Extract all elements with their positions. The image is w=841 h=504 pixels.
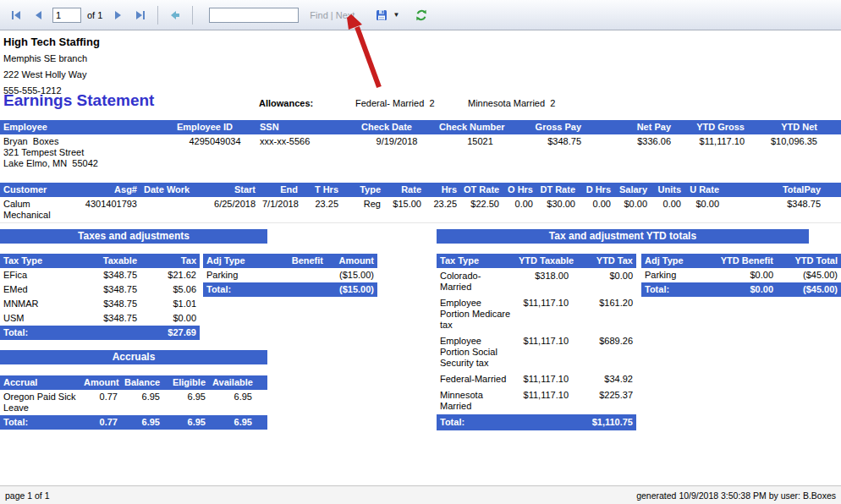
taxable: $348.75 — [68, 282, 140, 297]
adj-header-row: Adj Type Benefit Amount — [203, 254, 377, 268]
asg-number-value: 4301401793 — [80, 197, 140, 223]
start-date-value: 6/25/2018 — [210, 197, 259, 223]
back-to-parent-report-button[interactable] — [166, 6, 184, 25]
header-cell: YTD Gross — [674, 120, 748, 134]
section-title: Accruals — [0, 350, 267, 364]
find-next-links: Find | Next — [310, 10, 355, 20]
header-cell: Balance — [121, 375, 163, 390]
ytd-tax-table: Tax Type YTD Taxable YTD Tax Colorado-Ma… — [437, 254, 636, 430]
find-next-link[interactable]: Next — [336, 10, 355, 20]
header-cell: Amount — [327, 254, 377, 268]
header-cell: Benefit — [271, 254, 327, 268]
report-viewer-toolbar: of 1 Find | Next ▼ — [0, 0, 841, 30]
find-link[interactable]: Find — [310, 10, 327, 20]
header-cell: DT Rate — [536, 183, 579, 197]
total-eligible: 6.95 — [163, 415, 209, 430]
header-cell: Tax — [140, 254, 200, 268]
ytd-taxable: $11,117.10 — [515, 371, 572, 387]
next-page-button[interactable] — [108, 6, 127, 25]
search-input[interactable] — [209, 8, 299, 23]
state-allowance: Minnesota Married 2 — [468, 98, 555, 108]
employee-address-line1: 321 Tempest Street — [3, 147, 170, 158]
header-cell: YTD Benefit — [709, 254, 777, 268]
total-label: Total: — [0, 415, 80, 430]
tax: $21.62 — [140, 268, 200, 282]
first-page-button[interactable] — [7, 6, 25, 25]
header-cell: Asg# — [80, 183, 140, 197]
adj-type: Parking — [641, 268, 709, 282]
ytd-total: ($45.00) — [777, 268, 841, 282]
refresh-button[interactable] — [412, 6, 431, 25]
company-branch: Memphis SE branch — [3, 53, 100, 63]
tax-type: Employee Portion Medicare tax — [437, 295, 515, 333]
header-cell: YTD Net — [748, 120, 841, 134]
assignment-table: Customer Asg# Date Work Start End T Hrs … — [0, 183, 841, 223]
accruals-table: Accrual Amount Balance Eligible Availabl… — [0, 375, 267, 430]
tax: $5.06 — [140, 282, 200, 297]
total-benefit: $0.00 — [709, 282, 777, 297]
accrual-eligible: 6.95 — [163, 390, 209, 415]
header-cell: End — [259, 183, 301, 197]
tax-row: EMed $348.75 $5.06 — [0, 282, 200, 297]
total-value: $27.69 — [140, 326, 200, 340]
page-count-label: of 1 — [87, 10, 102, 20]
ytd-tax-header-row: Tax Type YTD Taxable YTD Tax — [437, 254, 636, 268]
gross-pay-value: $348.75 — [525, 134, 585, 171]
tax-type: Federal-Married — [437, 371, 515, 387]
ytd-tax: $161.20 — [572, 295, 636, 333]
accruals-section: Accruals Accrual Amount Balance Eligible… — [0, 350, 267, 430]
unit-rate-value: $0.00 — [684, 197, 723, 223]
taxes-adjustments-section: Taxes and adjustments Tax Type Taxable T… — [0, 229, 377, 340]
report-body: High Tech Staffing Memphis SE branch 222… — [0, 30, 841, 485]
header-cell: Check Date — [358, 120, 436, 134]
page-number-input[interactable] — [52, 8, 81, 23]
ytd-adj-total-row: Total: $0.00 ($45.00) — [641, 282, 841, 297]
ot-hours-value: 0.00 — [503, 197, 536, 223]
export-dropdown-caret-icon[interactable]: ▼ — [393, 11, 399, 19]
dt-rate-value: $30.00 — [536, 197, 579, 223]
export-save-button[interactable] — [372, 6, 391, 25]
header-cell: TotalPay — [723, 183, 841, 197]
accrual-header-row: Accrual Amount Balance Eligible Availabl… — [0, 375, 267, 390]
tax-type: EMed — [0, 282, 68, 297]
ytd-net-value: $10,096.35 — [748, 134, 841, 171]
previous-page-button[interactable] — [30, 6, 48, 25]
ytd-tax-total-row: Total: $1,110.75 — [437, 414, 636, 430]
company-name: High Tech Staffing — [3, 36, 100, 48]
tax-row: USM $348.75 $0.00 — [0, 311, 200, 326]
header-cell: Tax Type — [0, 254, 68, 268]
header-cell: Adj Type — [203, 254, 271, 268]
total-label: Total: — [641, 282, 709, 297]
allowances-label: Allowances: — [259, 98, 313, 108]
header-cell: OT Rate — [460, 183, 503, 197]
taxable: $348.75 — [68, 268, 140, 282]
header-cell: Units — [651, 183, 684, 197]
header-cell: Tax Type — [437, 254, 515, 268]
ytd-tax: $0.00 — [572, 268, 636, 295]
pay-type-value: Reg — [342, 197, 384, 223]
employee-address-line2: Lake Elmo, MN 55042 — [3, 158, 170, 169]
ytd-tax: $34.92 — [572, 371, 636, 387]
salary-value: $0.00 — [614, 197, 651, 223]
header-cell: Amount — [80, 375, 121, 390]
header-cell: O Hrs — [503, 183, 536, 197]
ytd-adjustments-table: Adj Type YTD Benefit YTD Total Parking $… — [641, 254, 841, 297]
employee-table: Employee Employee ID SSN Check Date Chec… — [0, 120, 841, 171]
tax-table: Tax Type Taxable Tax EFica $348.75 $21.6… — [0, 254, 200, 340]
page-title: Earnings Statement — [3, 91, 154, 110]
ytd-taxable: $11,117.10 — [515, 387, 572, 414]
last-page-button[interactable] — [131, 6, 150, 25]
accrual-amount: 0.77 — [80, 390, 121, 415]
tax-type: Minnesota Married — [437, 387, 515, 414]
total-balance: 6.95 — [121, 415, 163, 430]
tax-header-row: Tax Type Taxable Tax — [0, 254, 200, 268]
header-cell: SSN — [256, 120, 358, 134]
header-cell: Date Work — [140, 183, 210, 197]
dt-hours-value: 0.00 — [579, 197, 614, 223]
accrual-available: 6.95 — [209, 390, 267, 415]
ytd-tax-row: Employee Portion Medicare tax $11,117.10… — [437, 295, 636, 333]
header-cell: Taxable — [68, 254, 140, 268]
ytd-tax: $689.26 — [572, 333, 636, 371]
adjustments-table: Adj Type Benefit Amount Parking ($15.00)… — [203, 254, 377, 297]
previous-page-icon — [32, 8, 46, 22]
